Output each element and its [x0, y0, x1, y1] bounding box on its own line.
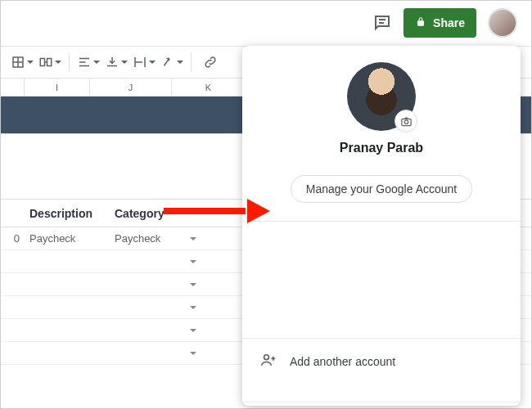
chevron-down-icon [190, 283, 196, 290]
chevron-down-icon [190, 329, 196, 335]
account-name: Pranay Parab [242, 141, 521, 155]
account-menu: Pranay Parab Manage your Google Account … [242, 46, 521, 406]
col-header[interactable] [0, 79, 25, 96]
camera-icon[interactable] [394, 110, 417, 133]
person-add-icon [260, 352, 277, 371]
chevron-down-icon [190, 306, 196, 312]
svg-rect-5 [40, 59, 44, 66]
col-header[interactable]: J [90, 79, 172, 96]
cell-dropdown[interactable] [115, 303, 205, 312]
toolbar-separator [69, 53, 70, 71]
comment-icon[interactable] [372, 13, 392, 33]
cell[interactable]: Paycheck [25, 232, 115, 245]
cell-dropdown[interactable]: Paycheck [115, 232, 205, 245]
borders-tool[interactable] [8, 51, 36, 74]
spacer [242, 222, 521, 320]
vertical-align-tool[interactable] [102, 51, 130, 74]
col-header[interactable]: I [25, 79, 90, 96]
toolbar-separator [191, 53, 192, 71]
share-label: Share [433, 16, 465, 29]
table-header: Description [25, 207, 115, 220]
chevron-down-icon [190, 352, 196, 358]
share-button[interactable]: Share [404, 8, 476, 38]
table-header: Category [115, 207, 205, 220]
merge-cells-tool[interactable] [36, 51, 64, 74]
cell-dropdown[interactable] [115, 257, 205, 267]
account-avatar-large[interactable] [347, 62, 416, 131]
chevron-down-icon [190, 237, 196, 244]
svg-point-15 [264, 355, 269, 360]
svg-point-14 [404, 119, 408, 123]
insert-link-tool[interactable] [196, 51, 224, 74]
manage-account-button[interactable]: Manage your Google Account [291, 175, 472, 203]
col-header[interactable]: K [172, 79, 246, 96]
text-wrap-tool[interactable] [130, 51, 158, 74]
chevron-down-icon [190, 260, 196, 267]
cell-dropdown[interactable] [115, 348, 205, 358]
lock-icon [415, 16, 426, 30]
text-rotation-tool[interactable] [158, 51, 186, 74]
cell-dropdown[interactable] [115, 280, 205, 290]
cell[interactable]: 0 [0, 232, 25, 245]
app-header: Share [0, 0, 532, 46]
divider [242, 402, 521, 402]
cell-dropdown[interactable] [115, 326, 205, 335]
svg-rect-6 [47, 59, 52, 66]
add-account-label: Add another account [290, 355, 395, 368]
horizontal-align-tool[interactable] [74, 51, 102, 74]
add-account-button[interactable]: Add another account [242, 339, 521, 384]
account-avatar[interactable] [488, 8, 517, 38]
